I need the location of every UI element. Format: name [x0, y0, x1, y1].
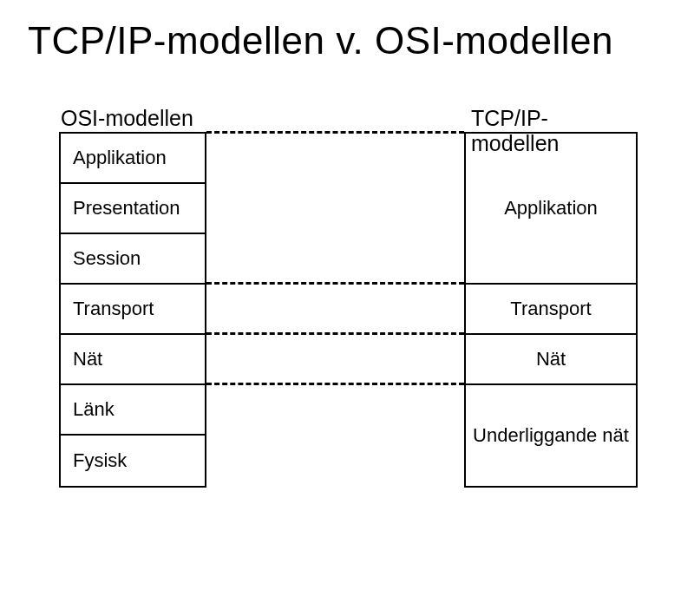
- osi-layer-presentation: Presentation: [61, 184, 205, 234]
- dash-line: [206, 282, 464, 285]
- tcpip-header: TCP/IP-modellen: [471, 106, 636, 156]
- dash-line: [206, 383, 464, 385]
- tcpip-column: TCP/IP-modellen Applikation Transport Nä…: [464, 132, 638, 488]
- tcpip-layer-network: Nät: [466, 335, 636, 385]
- tcpip-layer-application: Applikation: [466, 134, 636, 285]
- osi-layer-network: Nät: [61, 335, 205, 385]
- tcpip-layer-transport: Transport: [466, 285, 636, 335]
- osi-layer-session: Session: [61, 234, 205, 285]
- dash-line: [206, 332, 464, 335]
- page-title: TCP/IP-modellen v. OSI-modellen: [0, 0, 694, 97]
- osi-layer-physical: Fysisk: [61, 436, 205, 486]
- tcpip-layer-underlying: Underliggande nät: [466, 385, 636, 486]
- osi-layer-datalink: Länk: [61, 385, 205, 436]
- dash-line: [206, 131, 464, 134]
- comparison-diagram: OSI-modellen Applikation Presentation Se…: [0, 97, 694, 583]
- connector-lines: [206, 132, 464, 484]
- osi-column: OSI-modellen Applikation Presentation Se…: [59, 132, 206, 488]
- osi-header: OSI-modellen: [61, 106, 193, 131]
- osi-layer-application: Applikation: [61, 134, 205, 184]
- osi-layer-transport: Transport: [61, 285, 205, 335]
